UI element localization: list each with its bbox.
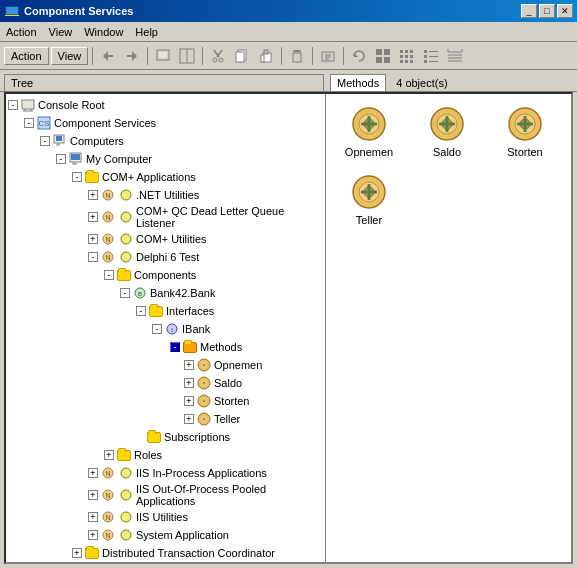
expand-components[interactable]: - xyxy=(104,270,114,280)
expand-comutil[interactable]: + xyxy=(88,234,98,244)
tree-node-subscriptions[interactable]: Subscriptions xyxy=(136,428,323,446)
expand-sysapp[interactable]: + xyxy=(88,530,98,540)
tree-node-iis-out[interactable]: + N IIS Out-Of-Process Pooled Applicatio… xyxy=(88,482,323,508)
interfaces-icon xyxy=(148,303,164,319)
split-view-button[interactable] xyxy=(176,45,198,67)
storten-icon xyxy=(196,393,212,409)
tree-node-sysapp[interactable]: + N System Application xyxy=(88,526,323,544)
menu-action[interactable]: Action xyxy=(0,24,43,40)
tree-node-ibank[interactable]: - I IBank xyxy=(152,320,323,338)
svg-rect-29 xyxy=(384,57,390,63)
tree-node-iis-util[interactable]: + N IIS Utilities xyxy=(88,508,323,526)
tree-node-cs[interactable]: - CS Component Services xyxy=(24,114,323,132)
tree-node-delphi[interactable]: - N Delphi 6 Test xyxy=(88,248,323,266)
tree-node-net[interactable]: + N .NET Utilities xyxy=(88,186,323,204)
expand-teller[interactable]: + xyxy=(184,414,194,424)
expand-roles[interactable]: + xyxy=(104,450,114,460)
ibank-icon: I xyxy=(164,321,180,337)
tree-node-computers[interactable]: - Computers xyxy=(40,132,323,150)
tree-node-components[interactable]: - Components xyxy=(104,266,323,284)
expand-iis-in[interactable]: + xyxy=(88,468,98,478)
tree-node-teller[interactable]: + xyxy=(184,410,323,428)
tree-node-comutil[interactable]: + N COM+ Utilities xyxy=(88,230,323,248)
expand-interfaces[interactable]: - xyxy=(136,306,146,316)
close-button[interactable]: ✕ xyxy=(557,4,573,18)
tree-node-roles[interactable]: + Roles xyxy=(104,446,323,464)
tree-node-storten[interactable]: + xyxy=(184,392,323,410)
expand-cs[interactable]: - xyxy=(24,118,34,128)
dtc-icon xyxy=(84,545,100,561)
up-button[interactable] xyxy=(152,45,174,67)
expand-storten[interactable]: + xyxy=(184,396,194,406)
menu-help[interactable]: Help xyxy=(129,24,164,40)
svg-rect-41 xyxy=(424,55,427,58)
cut-button[interactable] xyxy=(207,45,229,67)
minimize-button[interactable]: _ xyxy=(521,4,537,18)
iis-util-label: IIS Utilities xyxy=(136,511,188,523)
tree-node-bank42[interactable]: - B Bank42.Bank xyxy=(120,284,323,302)
expand-bank42[interactable]: - xyxy=(120,288,130,298)
view-list-button[interactable] xyxy=(420,45,442,67)
expand-opnemen[interactable]: + xyxy=(184,360,194,370)
view-button[interactable]: View xyxy=(51,47,89,65)
saldo-large-icon xyxy=(429,106,465,142)
expand-console-root[interactable]: - xyxy=(8,100,18,110)
expand-delphi[interactable]: - xyxy=(88,252,98,262)
delete-button[interactable] xyxy=(286,45,308,67)
methods-tab[interactable]: Methods xyxy=(330,74,386,91)
tree-node-interfaces[interactable]: - Interfaces xyxy=(136,302,323,320)
svg-rect-38 xyxy=(410,60,413,63)
iis-util-icon2 xyxy=(118,509,134,525)
expand-comqc[interactable]: + xyxy=(88,212,98,222)
svg-rect-27 xyxy=(384,49,390,55)
tree-node-iis-in[interactable]: + N IIS In-Process Applications xyxy=(88,464,323,482)
tree-node-saldo[interactable]: + xyxy=(184,374,323,392)
right-icon-saldo[interactable]: Saldo xyxy=(412,102,482,162)
expand-iis-out[interactable]: + xyxy=(88,490,98,500)
back-button[interactable] xyxy=(97,45,119,67)
expand-ibank[interactable]: - xyxy=(152,324,162,334)
svg-rect-121 xyxy=(446,116,449,132)
paste-button[interactable] xyxy=(255,45,277,67)
expand-methods[interactable]: - xyxy=(170,342,180,352)
expand-net[interactable]: + xyxy=(88,190,98,200)
split-area: - Console Root - CS Component Services xyxy=(4,92,573,564)
refresh-button[interactable] xyxy=(348,45,370,67)
svg-text:N: N xyxy=(105,470,110,477)
interfaces-label: Interfaces xyxy=(166,305,214,317)
tree-node-mypc[interactable]: - My Computer xyxy=(56,150,323,168)
tree-node-complus[interactable]: - COM+ Applications xyxy=(72,168,323,186)
expand-iis-util[interactable]: + xyxy=(88,512,98,522)
view-small-button[interactable] xyxy=(396,45,418,67)
tree-node-methods[interactable]: - Methods xyxy=(168,338,323,356)
expand-computers[interactable]: - xyxy=(40,136,50,146)
tree-node-comqc[interactable]: + N COM+ QC Dead Letter Queue Listener xyxy=(88,204,323,230)
iis-in-label: IIS In-Process Applications xyxy=(136,467,267,479)
svg-rect-51 xyxy=(22,100,34,109)
expand-saldo[interactable]: + xyxy=(184,378,194,388)
svg-rect-36 xyxy=(400,60,403,63)
properties-button[interactable] xyxy=(317,45,339,67)
right-icon-storten[interactable]: Storten xyxy=(490,102,560,162)
view-large-button[interactable] xyxy=(372,45,394,67)
forward-button[interactable] xyxy=(121,45,143,67)
expand-dtc[interactable]: + xyxy=(72,548,82,558)
right-icon-teller[interactable]: Teller xyxy=(334,170,404,230)
menu-window[interactable]: Window xyxy=(78,24,129,40)
svg-rect-39 xyxy=(424,50,427,53)
expand-mypc[interactable]: - xyxy=(56,154,66,164)
right-pane: Opnemen Saldo xyxy=(326,94,571,562)
right-icon-opnemen[interactable]: Opnemen xyxy=(334,102,404,162)
menu-view[interactable]: View xyxy=(43,24,79,40)
tree-node-console-root[interactable]: - Console Root xyxy=(8,96,323,114)
console-root-icon xyxy=(20,97,36,113)
action-button[interactable]: Action xyxy=(4,47,49,65)
copy-button[interactable] xyxy=(231,45,253,67)
view-detail-button[interactable] xyxy=(444,45,466,67)
tree-node-dtc[interactable]: + Distributed Transaction Coordinator xyxy=(72,544,323,562)
tree-node-opnemen[interactable]: + xyxy=(184,356,323,374)
expand-complus[interactable]: - xyxy=(72,172,82,182)
tree-tab[interactable]: Tree xyxy=(4,74,324,91)
svg-point-92 xyxy=(203,418,206,421)
maximize-button[interactable]: □ xyxy=(539,4,555,18)
